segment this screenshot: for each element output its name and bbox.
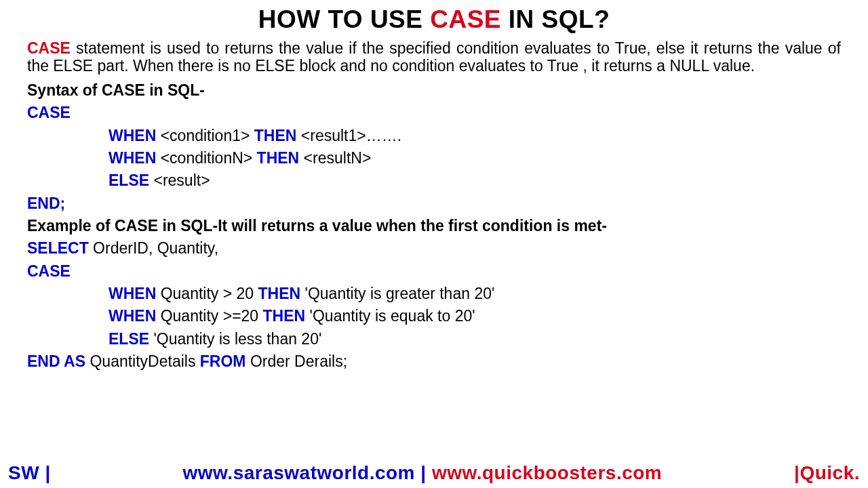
else-keyword: ELSE [108,330,149,348]
when-keyword: WHEN [108,285,156,302]
then-keyword: THEN [257,149,300,167]
result-placeholder: <result1>……. [296,127,401,144]
result-placeholder: <resultN> [299,149,371,167]
when-condition: Quantity > 20 [156,285,258,302]
condition-placeholder: <conditionN> [156,149,256,167]
select-columns: OrderID, Quantity, [89,239,218,257]
result-placeholder: <result> [149,171,210,189]
select-keyword: SELECT [27,239,89,257]
when-keyword: WHEN [108,149,156,167]
syntax-end: END; [27,192,841,215]
title-pre: HOW TO USE [258,5,431,33]
example-when-line-2: WHEN Quantity >=20 THEN 'Quantity is equ… [27,305,841,327]
example-select-line: SELECT OrderID, Quantity, [27,237,841,260]
else-result: 'Quantity is less than 20' [149,330,321,348]
footer-bar: SW | www.saraswatworld.com | www.quickbo… [0,462,868,484]
then-keyword: THEN [263,307,306,325]
then-result: 'Quantity is greater than 20' [300,285,494,302]
when-condition: Quantity >=20 [156,307,262,325]
example-when-line-1: WHEN Quantity > 20 THEN 'Quantity is gre… [27,283,841,305]
end-as-keyword: END AS [27,352,85,370]
syntax-when-line-n: WHEN <conditionN> THEN <resultN> [27,147,841,169]
footer-url-1: www.saraswatworld.com [183,462,415,483]
syntax-case: CASE [27,102,841,124]
page-title: HOW TO USE CASE IN SQL? [27,5,841,34]
example-case: CASE [27,260,841,283]
syntax-else-line: ELSE <result> [27,169,841,192]
description-text: statement is used to returns the value i… [27,39,841,75]
footer-right: |Quick. [794,462,860,484]
when-keyword: WHEN [108,307,156,325]
description-paragraph: CASE statement is used to returns the va… [27,39,841,75]
table-name: Order Derails; [246,352,348,370]
document-body: HOW TO USE CASE IN SQL? CASE statement i… [0,0,868,373]
title-keyword: CASE [430,5,501,33]
else-keyword: ELSE [108,171,149,189]
title-post: IN SQL? [501,5,610,33]
alias-name: QuantityDetails [85,352,200,370]
footer-separator: | [415,462,432,483]
then-keyword: THEN [258,285,301,302]
footer-left: SW | [8,462,51,484]
example-else-line: ELSE 'Quantity is less than 20' [27,328,841,350]
footer-center: www.saraswatworld.com | www.quickbooster… [51,462,794,484]
example-heading: Example of CASE in SQL-It will returns a… [27,215,841,237]
example-end-line: END AS QuantityDetails FROM Order Derail… [27,350,841,373]
then-keyword: THEN [254,127,297,144]
syntax-when-line-1: WHEN <condition1> THEN <result1>……. [27,125,841,147]
condition-placeholder: <condition1> [156,127,254,144]
when-keyword: WHEN [108,127,156,144]
from-keyword: FROM [200,352,246,370]
footer-url-2: www.quickboosters.com [432,462,662,483]
case-keyword: CASE [27,39,71,57]
syntax-heading: Syntax of CASE in SQL- [27,79,841,102]
then-result: 'Quantity is equak to 20' [305,307,475,325]
